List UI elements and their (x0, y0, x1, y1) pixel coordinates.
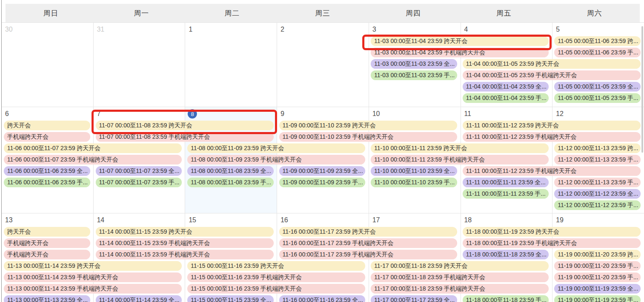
event-bar[interactable]: 11-08 00:00至11-08 23:59 手... (187, 178, 274, 187)
event-bar[interactable]: 11-04 00:00至11-04 23:59 全... (463, 82, 549, 92)
date-number: 5 (556, 25, 560, 34)
event-bar[interactable]: 11-16 00:00至11-17 23:59 手机端跨天开会 (279, 250, 457, 259)
event-bar[interactable]: 11-04 00:00至11-04 23:59 手... (463, 93, 549, 103)
event-bar[interactable]: 11-10 00:00至11-11 23:59 跨天开会 (371, 143, 549, 153)
event-bar[interactable]: 11-19 00:00至11-19 23:59 手... (554, 295, 641, 302)
event-bar[interactable]: 11-04 00:00至11-05 23:59 跨天开会 (463, 59, 641, 69)
event-bar[interactable]: 手机端跨天开会 (4, 132, 90, 142)
event-bar[interactable]: 11-03 00:00至11-04 23:59 手机端跨天开会 (371, 48, 549, 57)
event-bar[interactable]: 11-06 00:00至11-06 23:59 全... (4, 166, 90, 176)
date-number: 31 (97, 25, 105, 34)
event-bar[interactable]: 11-17 00:00至11-18 23:59 跨天开会 (371, 261, 549, 271)
event-bar[interactable]: 手机端跨天开会 (4, 250, 90, 259)
event-bar[interactable]: 11-09 00:00至11-09 23:59 全... (279, 166, 366, 176)
event-bar[interactable]: 11-16 00:00至11-17 23:59 跨天开会 (279, 227, 457, 237)
event-bar[interactable]: 11-07 00:00至11-07 23:59 全... (96, 166, 182, 176)
week-row-0: 30311234511-03 00:00至11-04 23:59 跨天开会11-… (2, 22, 644, 107)
event-bar[interactable]: 11-08 00:00至11-08 23:59 全... (187, 166, 274, 176)
date-number: 1 (189, 25, 192, 34)
event-bar[interactable]: 11-12 00:00至11-13 23:59 手... (554, 155, 641, 164)
weekday-header-1: 周一 (96, 8, 187, 18)
event-bar[interactable]: 11-18 00:00至11-18 23:59 全... (463, 250, 549, 259)
event-bar[interactable]: 11-05 00:00至11-05 23:59 手... (554, 93, 641, 103)
date-number: 6 (5, 110, 9, 118)
event-bar[interactable]: 11-10 00:00至11-11 23:59 手机端跨天开会 (371, 155, 549, 164)
event-bar[interactable]: 11-07 00:00至11-07 23:59 手... (96, 178, 182, 187)
day-cell-2[interactable]: 2 (277, 23, 369, 107)
weekday-header-3: 周三 (278, 8, 368, 18)
event-bar[interactable]: 11-10 00:00至11-10 23:59 全... (371, 166, 457, 176)
event-bar[interactable]: 11-13 00:00至11-14 23:59 跨天开会 (4, 261, 182, 271)
event-bar[interactable]: 11-14 00:00至11-14 23:59 全... (96, 295, 182, 302)
event-bar[interactable]: 11-09 00:00至11-09 23:59 手... (279, 178, 366, 187)
event-bar[interactable]: 11-09 00:00至11-10 23:59 手机端跨天开会 (279, 132, 457, 142)
event-bar[interactable]: 11-13 00:00至11-14 23:59 手机端跨天开会 (4, 272, 182, 282)
event-bar[interactable]: 11-05 00:00至11-05 23:59 全... (554, 82, 641, 92)
event-bar[interactable]: 11-07 00:00至11-08 23:59 跨天开会 (96, 121, 274, 130)
event-bar[interactable]: 11-12 00:00至11-13 23:59 跨... (554, 143, 641, 153)
event-bar[interactable]: 11-17 00:00至11-18 23:59 手机端跨天开会 (371, 284, 549, 294)
event-bar[interactable]: 11-14 00:00至11-15 23:59 手机端跨天开会 (96, 238, 274, 248)
weekday-header-row: 周日周一周二周三周四周五周六 (5, 4, 640, 22)
event-bar[interactable]: 11-17 00:00至11-18 23:59 手机端跨天开会 (371, 272, 549, 282)
event-bar[interactable]: 11-13 00:00至11-14 23:59 手机端跨天开会 (4, 284, 182, 294)
event-bar[interactable]: 11-15 00:00至11-16 23:59 手机端跨天开会 (187, 284, 365, 294)
event-bar[interactable]: 11-12 00:00至11-12 23:59 手... (554, 200, 641, 210)
day-cell-31[interactable]: 31 (94, 23, 186, 107)
week-row-2: 13141516171819跨天开会11-14 00:00至11-15 23:5… (2, 213, 644, 302)
event-bar[interactable]: 11-06 00:00至11-07 23:59 跨天开会 (4, 143, 182, 153)
event-bar[interactable]: 11-17 00:00至11-17 23:59 全... (371, 295, 457, 302)
event-bar[interactable]: 11-18 00:00至11-18 23:59 手... (463, 295, 549, 302)
date-number: 16 (280, 216, 288, 224)
event-bar[interactable]: 11-16 00:00至11-16 23:59 全... (279, 295, 366, 302)
event-bar[interactable]: 11-11 00:00至11-11 23:59 全... (463, 178, 549, 187)
weekday-header-0: 周日 (5, 8, 96, 18)
date-number: 11 (464, 110, 472, 118)
event-bar[interactable]: 11-13 00:00至11-13 23:59 全... (4, 295, 90, 302)
event-bar[interactable]: 11-03 00:00至11-03 23:59 全... (371, 59, 457, 69)
event-bar[interactable]: 11-19 00:00至11-20 23:59 手... (554, 261, 641, 271)
event-bar[interactable]: 11-03 00:00至11-03 23:59 手... (371, 70, 457, 80)
event-bar[interactable]: 11-04 00:00至11-05 23:59 手机端跨天开会 (463, 70, 641, 80)
event-bar[interactable]: 11-05 00:00至11-06 23:59 跨... (554, 36, 641, 46)
date-number: 4 (464, 25, 468, 34)
event-bar[interactable]: 11-07 00:00至11-08 23:59 手机端跨天开会 (96, 132, 274, 142)
event-bar[interactable]: 11-16 00:00至11-17 23:59 手机端跨天开会 (279, 238, 457, 248)
event-bar[interactable]: 11-08 00:00至11-09 23:59 手机端跨天开会 (187, 155, 365, 164)
event-bar[interactable]: 11-15 00:00至11-16 23:59 跨天开会 (187, 261, 365, 271)
event-bar[interactable]: 11-06 00:00至11-07 23:59 手机端跨天开会 (4, 155, 182, 164)
event-bar[interactable]: 11-15 00:00至11-16 23:59 手机端跨天开会 (187, 272, 365, 282)
event-bar[interactable]: 11-11 00:00至11-12 23:59 手机端跨天开会 (463, 132, 641, 142)
event-bar[interactable]: 11-11 00:00至11-12 23:59 手机端跨天开会 (463, 166, 641, 176)
event-bar[interactable]: 11-11 00:00至11-11 23:59 手... (463, 189, 549, 199)
event-bar[interactable]: 11-12 00:00至11-13 23:59 手... (554, 178, 641, 187)
date-number: 12 (556, 110, 563, 118)
today-badge: 8 (188, 109, 197, 119)
event-bar[interactable]: 11-19 00:00至11-20 23:59 手... (554, 272, 641, 282)
event-bar[interactable]: 11-08 00:00至11-09 23:59 跨天开会 (187, 143, 365, 153)
event-bar[interactable]: 手机端跨天开会 (4, 238, 90, 248)
date-number: 14 (97, 216, 105, 224)
event-bar[interactable]: 11-09 00:00至11-10 23:59 跨天开会 (279, 121, 457, 130)
event-bar[interactable]: 11-18 00:00至11-19 23:59 跨天开会 (463, 227, 641, 237)
event-bar[interactable]: 11-03 00:00至11-04 23:59 跨天开会 (371, 36, 549, 46)
day-cell-1[interactable]: 1 (185, 23, 277, 107)
event-bar[interactable]: 跨天开会 (4, 121, 90, 130)
event-bar[interactable]: 11-05 00:00至11-06 23:59 手... (554, 48, 641, 57)
event-bar[interactable]: 11-19 00:00至11-19 23:59 全... (554, 284, 641, 294)
date-number: 3 (372, 25, 376, 34)
event-bar[interactable]: 11-11 00:00至11-12 23:59 跨天开会 (463, 121, 641, 130)
date-number: 9 (280, 110, 284, 118)
event-bar[interactable]: 11-14 00:00至11-15 23:59 跨天开会 (96, 227, 274, 237)
event-bar[interactable]: 11-14 00:00至11-15 23:59 手机端跨天开会 (96, 250, 274, 259)
weekday-header-5: 周五 (458, 8, 549, 18)
event-bar[interactable]: 11-06 00:00至11-06 23:59 手... (4, 178, 90, 187)
event-bar[interactable]: 跨天开会 (4, 227, 90, 237)
event-bar[interactable]: 11-19 00:00至11-20 23:59 跨... (554, 250, 641, 259)
day-cell-30[interactable]: 30 (2, 23, 94, 107)
event-bar[interactable]: 11-10 00:00至11-10 23:59 手... (371, 178, 457, 187)
scrollbar-thumb[interactable] (641, 26, 643, 153)
event-bar[interactable]: 11-15 00:00至11-15 23:59 全... (187, 295, 274, 302)
event-bar[interactable]: 11-18 00:00至11-19 23:59 手机端跨天开会 (463, 238, 641, 248)
event-bar[interactable]: 11-12 00:00至11-12 23:59 全... (554, 189, 641, 199)
